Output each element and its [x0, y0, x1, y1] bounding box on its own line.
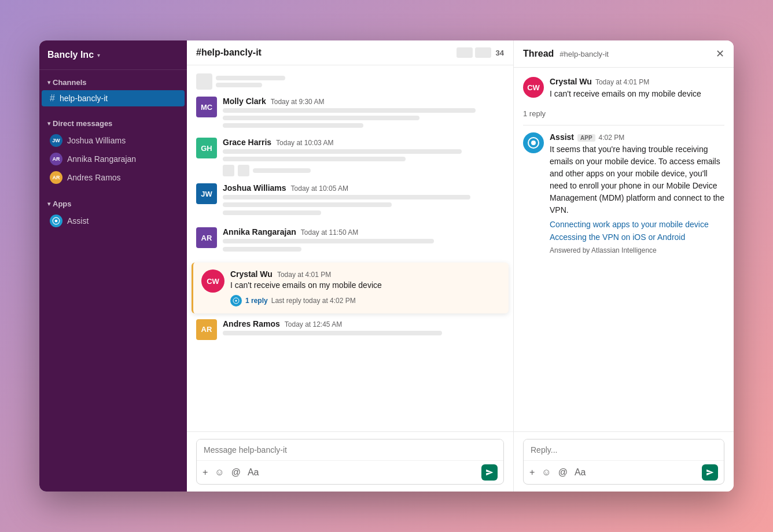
msg-content-grace: Grace Harris Today at 10:03 AM — [223, 138, 504, 176]
chat-messages: MC Molly Clark Today at 9:30 AM GH — [187, 65, 513, 431]
msg-text-crystal: I can't receive emails on my mobile devi… — [230, 280, 500, 291]
thread-msg-text-crystal: I can't receive emails on my mobile devi… — [550, 88, 724, 100]
msg-time-annika: Today at 11:50 AM — [301, 228, 358, 237]
header-icon-2 — [475, 47, 491, 58]
message-item-annika: AR Annika Rangarajan Today at 11:50 AM — [187, 224, 513, 260]
thread-msg-crystal: CW Crystal Wu Today at 4:01 PM I can't r… — [523, 77, 724, 100]
thread-msg-header-crystal: Crystal Wu Today at 4:01 PM — [550, 77, 724, 86]
plus-icon[interactable]: + — [203, 467, 208, 478]
reply-time: Last reply today at 4:02 PM — [271, 297, 356, 305]
thread-input-box: + ☺ @ Aa — [523, 439, 724, 485]
thread-msg-name-assist: Assist — [550, 132, 574, 142]
thread-panel: Thread #help-bancly-it ✕ CW Crystal Wu T… — [514, 40, 734, 492]
message-item — [187, 70, 513, 93]
channels-arrow-icon: ▾ — [47, 79, 50, 86]
thread-emoji-icon[interactable]: ☺ — [542, 467, 551, 478]
workspace-chevron-icon: ▾ — [97, 52, 100, 58]
dm-name-annika: Annika Rangarajan — [67, 154, 136, 164]
close-thread-button[interactable]: ✕ — [716, 47, 724, 60]
msg-content-crystal: Crystal Wu Today at 4:01 PM I can't rece… — [230, 269, 500, 306]
chat-header: #help-bancly-it 34 — [187, 40, 513, 65]
workspace-header[interactable]: Bancly Inc ▾ — [39, 40, 187, 70]
dm-arrow-icon: ▾ — [47, 120, 50, 127]
avatar-joshua: JW — [50, 134, 62, 147]
thread-msg-header-assist: Assist APP 4:02 PM — [550, 132, 724, 142]
apps-label: Apps — [53, 200, 72, 208]
at-icon[interactable]: @ — [231, 467, 241, 478]
reply-icon — [230, 295, 242, 306]
msg-line — [223, 239, 434, 243]
hash-icon: # — [50, 93, 55, 104]
thread-channel: #help-bancly-it — [559, 50, 609, 58]
msg-name-andres: Andres Ramos — [223, 319, 280, 328]
thread-link-1[interactable]: Connecting work apps to your mobile devi… — [550, 220, 724, 229]
avatar-andres: AR — [50, 171, 62, 184]
channels-header[interactable]: ▾ Channels — [39, 75, 187, 90]
reply-count[interactable]: 1 reply — [245, 297, 268, 305]
chat-message-input[interactable] — [197, 439, 503, 460]
sidebar-item-help-bancly-it[interactable]: # help-bancly-it — [42, 90, 185, 106]
dm-section: ▾ Direct messages JW Joshua Williams AR … — [39, 111, 187, 191]
thread-plus-icon[interactable]: + — [529, 467, 535, 478]
thread-reply-count: 1 reply — [523, 109, 724, 125]
avatar-annika-msg: AR — [196, 227, 217, 248]
thread-format-icon[interactable]: Aa — [575, 467, 586, 478]
app-window: Bancly Inc ▾ ▾ Channels # help-bancly-it… — [39, 40, 734, 492]
thread-msg-content-assist: Assist APP 4:02 PM It seems that you're … — [550, 132, 724, 254]
msg-lines-andres — [223, 331, 504, 335]
main-chat: #help-bancly-it 34 — [187, 40, 514, 492]
msg-header-grace: Grace Harris Today at 10:03 AM — [223, 138, 504, 147]
emoji-icon[interactable]: ☺ — [215, 467, 224, 478]
chat-input-area: + ☺ @ Aa — [187, 431, 513, 492]
apps-header[interactable]: ▾ Apps — [39, 196, 187, 212]
msg-lines-joshua — [223, 195, 504, 207]
sidebar: Bancly Inc ▾ ▾ Channels # help-bancly-it… — [39, 40, 187, 492]
msg-lines-annika — [223, 239, 504, 243]
msg-header-andres: Andres Ramos Today at 12:45 AM — [223, 319, 504, 328]
msg-time-joshua: Today at 10:05 AM — [291, 184, 348, 193]
msg-name-grace: Grace Harris — [223, 138, 271, 147]
sidebar-item-assist[interactable]: Assist — [42, 212, 185, 230]
msg-name-joshua: Joshua Williams — [223, 183, 286, 193]
sidebar-item-joshua-williams[interactable]: JW Joshua Williams — [42, 131, 185, 150]
dm-header[interactable]: ▾ Direct messages — [39, 116, 187, 131]
thread-msg-time-assist: 4:02 PM — [599, 134, 625, 142]
thread-reply-input[interactable] — [524, 439, 724, 460]
thread-title: Thread — [523, 49, 554, 59]
format-icon[interactable]: Aa — [248, 467, 259, 478]
msg-line — [223, 123, 363, 128]
thread-avatar-assist — [523, 132, 544, 153]
sidebar-item-andres-ramos[interactable]: AR Andres Ramos — [42, 168, 185, 187]
send-reply-button[interactable] — [702, 464, 718, 481]
sidebar-item-annika-rangarajan[interactable]: AR Annika Rangarajan — [42, 150, 185, 168]
msg-content-andres: Andres Ramos Today at 12:45 AM — [223, 319, 504, 338]
chat-input-box: + ☺ @ Aa — [196, 439, 504, 485]
message-item-andres: AR Andres Ramos Today at 12:45 AM — [187, 316, 513, 343]
avatar-andres-msg: AR — [196, 319, 217, 340]
avatar-crystal: CW — [201, 269, 224, 293]
msg-header-annika: Annika Rangarajan Today at 11:50 AM — [223, 227, 504, 237]
svg-point-5 — [531, 141, 536, 145]
msg-line — [223, 210, 321, 215]
channels-label: Channels — [53, 78, 87, 87]
thread-header: Thread #help-bancly-it ✕ — [514, 40, 734, 68]
channel-name: help-bancly-it — [60, 94, 108, 103]
avatar-molly: MC — [196, 97, 217, 117]
msg-content-molly: Molly Clark Today at 9:30 AM — [223, 97, 504, 131]
dm-name-andres: Andres Ramos — [67, 173, 121, 182]
msg-lines-molly — [223, 108, 504, 128]
thread-messages: CW Crystal Wu Today at 4:01 PM I can't r… — [514, 68, 734, 431]
message-item-crystal: CW Crystal Wu Today at 4:01 PM I can't r… — [192, 263, 509, 313]
thread-link-2[interactable]: Accessing the VPN on iOS or Android — [550, 232, 724, 242]
thread-msg-assist: Assist APP 4:02 PM It seems that you're … — [523, 132, 724, 254]
header-icons — [457, 47, 491, 58]
message-item-grace: GH Grace Harris Today at 10:03 AM — [187, 134, 513, 180]
svg-point-3 — [235, 300, 237, 301]
msg-line — [223, 195, 470, 200]
header-icon-1 — [457, 47, 473, 58]
thread-at-icon[interactable]: @ — [558, 467, 568, 478]
send-message-button[interactable] — [481, 464, 498, 481]
msg-time-grace: Today at 10:03 AM — [276, 139, 333, 147]
thread-msg-text-assist: It seems that you're having trouble rece… — [550, 143, 724, 216]
chat-header-right: 34 — [457, 47, 504, 58]
